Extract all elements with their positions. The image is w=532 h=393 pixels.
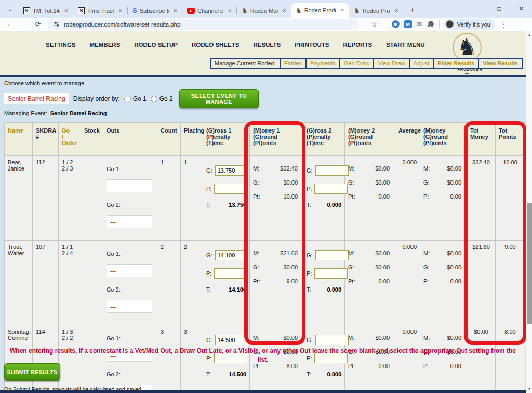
scroll-up-icon[interactable]: ▲ xyxy=(526,31,532,38)
payments-button[interactable]: Payments xyxy=(305,58,340,69)
pt-label: Pt: xyxy=(253,278,260,284)
new-tab-button[interactable]: + xyxy=(406,3,419,16)
profile-label: Verify it's you xyxy=(457,21,490,28)
scrollbar-thumb[interactable] xyxy=(527,203,532,324)
go2-out-select[interactable]: --- xyxy=(107,300,152,313)
p-label: P: xyxy=(307,270,312,277)
money2-points: 0.00 xyxy=(379,278,390,284)
reload-icon[interactable]: ⟳ xyxy=(33,20,43,28)
tab-title: Time Tracker xyxy=(87,8,114,14)
browser-menu-dots-icon[interactable]: ⋮ xyxy=(500,20,507,29)
gross2-input[interactable] xyxy=(315,250,349,260)
outs-cell: Go 1: --- Go 2: --- xyxy=(103,156,157,241)
toolbar-divider xyxy=(439,20,440,29)
money2-money: $0.00 xyxy=(375,335,390,341)
penalty2-input[interactable] xyxy=(314,268,348,279)
select-event-button[interactable]: SELECT EVENT TO MANAGE xyxy=(179,89,259,108)
back-icon[interactable]: ← xyxy=(5,20,15,28)
nav-start-menu[interactable]: START MENU xyxy=(386,42,425,48)
tab-close-icon[interactable]: ✕ xyxy=(62,8,70,14)
browser-tab-4[interactable]: ▶ Channel conten ✕ xyxy=(182,4,236,18)
gross1-input[interactable] xyxy=(215,250,248,260)
gross1-input[interactable] xyxy=(215,165,248,176)
col-stock: Stock xyxy=(81,123,103,156)
nav-reports[interactable]: REPORTS xyxy=(343,42,372,48)
tab-search-chevron-icon[interactable]: ⌄ xyxy=(4,4,17,15)
browser-tab-7[interactable]: ♞ Rodeo Produce ✕ xyxy=(349,4,403,18)
browser-tab-5[interactable]: ♞ Rodeo Manage ✕ xyxy=(237,4,291,18)
tab-close-icon[interactable]: ✕ xyxy=(393,8,400,14)
go1-out-select[interactable]: --- xyxy=(107,264,152,277)
extension-m-icon[interactable]: M xyxy=(404,20,412,28)
nav-members[interactable]: MEMBERS xyxy=(90,42,121,48)
gross1-cell: G: P: T:14.100 xyxy=(203,241,250,325)
nav-settings[interactable]: SETTINGS xyxy=(46,42,76,48)
view-draw-button[interactable]: View Draw xyxy=(373,58,409,69)
go2-out-value: --- xyxy=(110,219,116,225)
choose-event-label: Choose which event to manage. xyxy=(4,80,86,86)
minimize-icon[interactable]: – xyxy=(467,5,488,12)
go2-out-select[interactable]: --- xyxy=(107,215,152,228)
penalty1-input[interactable] xyxy=(214,184,247,194)
horse-favicon: ♞ xyxy=(354,7,360,15)
nav-printouts[interactable]: PRINTOUTS xyxy=(295,42,329,48)
tot-points-cell: 9.00 xyxy=(496,241,525,325)
gen-draw-button[interactable]: Gen Draw xyxy=(339,58,375,69)
money1-money: $21.60 xyxy=(280,250,298,256)
address-bar[interactable]: rodeoproducer.com/software/set-results.p… xyxy=(47,19,359,30)
browser-tab-active[interactable]: ♞ Rodeo Produce ✕ xyxy=(291,3,349,18)
stock-cell xyxy=(81,241,103,325)
time2-total: 0.000 xyxy=(315,202,341,208)
nav-results[interactable]: RESULTS xyxy=(253,42,281,48)
tab-close-icon[interactable]: ✕ xyxy=(281,8,288,14)
maximize-icon[interactable]: □ xyxy=(488,5,510,12)
money1-cell: M:$21.60 G:$0.00 Pt:9.00 xyxy=(250,241,303,325)
manage-rodeo-bar: Manage Current Rodeo: Entries Payments G… xyxy=(211,58,523,69)
gross2-input[interactable] xyxy=(315,335,349,345)
col-go-order[interactable]: Go / Order xyxy=(59,123,81,156)
forward-icon[interactable]: → xyxy=(19,20,29,28)
extension-blue-icon[interactable] xyxy=(392,20,400,28)
manage-bar-label: Manage Current Rodeo: xyxy=(210,58,281,69)
close-icon[interactable]: ✕ xyxy=(510,5,532,12)
m-label: M: xyxy=(423,250,430,256)
gross1-input[interactable] xyxy=(215,335,248,345)
page-scrollbar[interactable]: ▲ ▼ xyxy=(526,31,532,393)
go1-radio[interactable] xyxy=(124,96,131,102)
browser-tab-2[interactable]: N Time Tracker ✕ xyxy=(73,4,127,18)
browser-tab-3[interactable]: S Subscribe to Si ✕ xyxy=(128,4,182,18)
browser-tab-1[interactable]: N TM: Tot:24 A:3, E ✕ xyxy=(19,4,73,18)
money-money: $0.00 xyxy=(447,250,461,256)
extension-mail-icon[interactable]: ✉ xyxy=(417,20,422,28)
money-ground: $0.00 xyxy=(447,179,461,186)
nav-rodeo-setup[interactable]: RODEO SETUP xyxy=(134,42,178,48)
tab-close-icon[interactable]: ✕ xyxy=(117,8,124,14)
view-results-button[interactable]: View Results xyxy=(478,58,523,69)
g-label: G: xyxy=(307,337,313,343)
gross2-input[interactable] xyxy=(315,165,349,176)
tab-close-icon[interactable]: ✕ xyxy=(226,8,233,14)
time2-total: 0.000 xyxy=(315,286,341,293)
nav-rodeo-sheets[interactable]: RODEO SHEETS xyxy=(192,42,239,48)
table-row: Trout, Walter 107 1 / 1 2 / 4 Go 1: --- … xyxy=(5,241,525,325)
entries-button[interactable]: Entries xyxy=(280,58,307,69)
bookmark-star-icon[interactable]: ☆ xyxy=(371,20,378,29)
penalty2-input[interactable] xyxy=(314,184,348,194)
profile-button[interactable]: Verify it's you xyxy=(444,19,495,30)
extensions-puzzle-icon[interactable] xyxy=(427,20,434,28)
m-label: M: xyxy=(348,165,354,172)
money2-points: 0.00 xyxy=(379,193,390,200)
go2-radio[interactable] xyxy=(151,96,157,102)
enter-results-button[interactable]: Enter Results xyxy=(433,58,479,69)
submit-results-button[interactable]: SUBMIT RESULTS xyxy=(4,363,60,381)
adjust-button[interactable]: Adjust xyxy=(409,58,434,69)
go1-out-select[interactable]: --- xyxy=(107,179,152,192)
col-money1: (M)oney 1 (G)round (Pt)oints xyxy=(250,123,303,156)
tab-close-icon[interactable]: ✕ xyxy=(171,8,179,14)
money1-money: $32.40 xyxy=(280,165,298,172)
penalty1-input[interactable] xyxy=(214,268,247,279)
tab-close-icon[interactable]: ✕ xyxy=(339,7,346,14)
scroll-down-icon[interactable]: ▼ xyxy=(526,386,532,393)
col-name[interactable]: Name xyxy=(5,123,33,156)
event-select[interactable]: Senior Barrel Racing xyxy=(4,93,69,104)
